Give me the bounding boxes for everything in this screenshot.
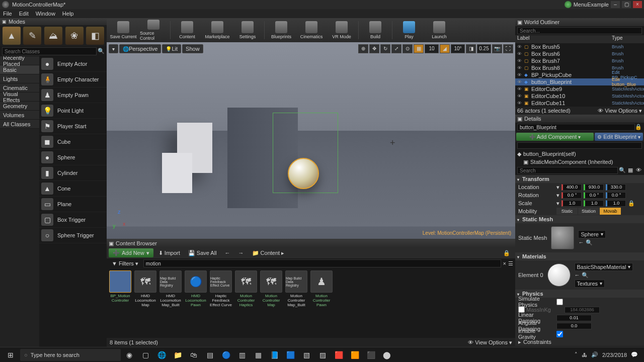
scale-snap-value[interactable]: 0.25 [477, 44, 491, 53]
enable-gravity-checkbox[interactable] [556, 331, 563, 337]
angular-damping-input[interactable]: 0.0 [556, 323, 592, 329]
lit-dropdown[interactable]: 💡 Lit [162, 44, 181, 53]
history-back-button[interactable]: ← [222, 248, 233, 257]
edge-icon[interactable]: 🌐 [154, 348, 169, 361]
coord-system-icon[interactable]: ⊙ [403, 44, 413, 53]
viewport-options-button[interactable]: ▾ [109, 44, 118, 53]
blueprints-button[interactable]: Blueprints [268, 20, 295, 41]
linear-damping-input[interactable]: 0.01 [556, 315, 592, 321]
settings-button[interactable]: Settings [234, 20, 261, 41]
find-icon[interactable]: 🔍 [582, 272, 589, 278]
scale-y-input[interactable]: 1.0 [584, 200, 604, 207]
landscape-mode-tab[interactable]: ⛰ [44, 27, 62, 45]
place-box-trigger[interactable]: ▢Box Trigger [39, 212, 107, 228]
viewport[interactable]: ▾ 🌐 Perspective 💡 Lit Show ⊕ ✥ ↻ ⤢ ⊙ ▦ 1… [107, 42, 515, 239]
save-current-button[interactable]: Save Current [110, 20, 137, 41]
app-icon[interactable]: 🟥 [331, 348, 346, 361]
app-icon[interactable]: ▧ [299, 348, 314, 361]
import-button[interactable]: ⬇ Import [155, 248, 183, 257]
static-mesh-section-header[interactable]: Static Mesh [515, 215, 644, 223]
foliage-mode-tab[interactable]: ❀ [65, 27, 84, 45]
app-icon[interactable]: ▨ [315, 348, 330, 361]
outliner-search-input[interactable] [517, 27, 642, 34]
paint-mode-tab[interactable]: ✎ [23, 27, 41, 45]
materials-section-header[interactable]: Materials [515, 252, 644, 260]
mobility-stationary[interactable]: Station [578, 208, 599, 215]
breadcrumb[interactable]: 📁 Content ▸ [249, 248, 288, 257]
cat-lights[interactable]: Lights [0, 74, 39, 83]
view-options-dropdown[interactable]: 👁 View Options ▾ [468, 339, 512, 346]
clear-search-icon[interactable]: × [503, 260, 506, 266]
rotation-x-input[interactable]: 0.0 ° [561, 192, 582, 199]
outliner-row[interactable]: 👁▣EditorCube11StaticMeshActor [515, 100, 644, 107]
minimize-button[interactable]: – [611, 1, 620, 8]
outliner-row[interactable]: 👁▣EditorCube9StaticMeshActor [515, 85, 644, 93]
angle-snap-icon[interactable]: ◢ [440, 44, 450, 53]
content-search-input[interactable] [143, 259, 501, 267]
asset-item[interactable]: 🔵HMD Locomotion Pawn [184, 270, 207, 336]
epic-badge-icon[interactable] [565, 1, 572, 8]
source-control-button[interactable]: Source Control [140, 20, 167, 41]
details-search-input[interactable] [517, 167, 618, 174]
clock[interactable]: 2/23/2018 [602, 352, 627, 358]
place-sphere-trigger[interactable]: ○Sphere Trigger [39, 228, 107, 243]
volume-icon[interactable]: 🔊 [591, 351, 598, 358]
browse-icon[interactable]: ← [575, 272, 580, 278]
cat-recently-placed[interactable]: Recently Placed [0, 56, 39, 65]
search-options-icon[interactable]: ☰ [508, 260, 513, 267]
place-player-start[interactable]: ⚑Player Start [39, 119, 107, 134]
asset-item[interactable]: BP_Motion Controller [109, 270, 132, 336]
component-static-mesh[interactable]: ▣StaticMeshComponent (Inherited) [515, 158, 644, 166]
place-cone[interactable]: ▲Cone [39, 181, 107, 197]
location-y-input[interactable]: 930.0 [584, 184, 604, 191]
outliner-view-options[interactable]: 👁 View Options ▾ [598, 108, 642, 114]
tray-up-icon[interactable]: ˄ [575, 351, 578, 358]
cinematics-button[interactable]: Cinematics [298, 20, 325, 41]
component-self[interactable]: ◆button_Blueprint(self) [515, 150, 644, 158]
asset-item[interactable]: ♟Motion Controller Pawn [310, 270, 333, 336]
place-plane[interactable]: ▭Plane [39, 197, 107, 212]
save-all-button[interactable]: 💾 Save All [185, 248, 220, 257]
asset-item[interactable]: Haptic Feedback Effect CurveHaptic Feedb… [209, 270, 232, 336]
word-icon[interactable]: 📘 [267, 348, 282, 361]
app-icon[interactable]: ▥ [234, 348, 250, 361]
place-sphere[interactable]: ●Sphere [39, 150, 107, 165]
content-browser-header[interactable]: ▣Content Browser [107, 239, 515, 247]
static-mesh-thumb-icon[interactable] [551, 226, 574, 249]
selected-sphere-actor[interactable] [288, 158, 319, 189]
close-button[interactable]: × [633, 1, 642, 8]
start-button[interactable]: ⊞ [2, 348, 19, 361]
mobility-movable[interactable]: Movab [600, 208, 621, 215]
marketplace-button[interactable]: Marketplace [204, 20, 231, 41]
cat-basic[interactable]: Basic [0, 65, 39, 74]
world-outliner-header[interactable]: ▣World Outliner [515, 18, 644, 26]
search-icon[interactable]: 🔍 [619, 167, 626, 174]
menu-help[interactable]: Help [62, 11, 74, 17]
cat-all-classes[interactable]: All Classes [0, 120, 39, 129]
place-cube[interactable]: ◼Cube [39, 134, 107, 150]
asset-item[interactable]: 🗺HMD Locomotion Map [134, 270, 157, 336]
place-point-light[interactable]: 💡Point Light [39, 103, 107, 119]
vr-mode-button[interactable]: VR Mode [328, 20, 355, 41]
chrome-icon[interactable]: 🔵 [218, 348, 233, 361]
static-mesh-dropdown[interactable]: Sphere ▾ [578, 230, 605, 238]
camera-speed-icon[interactable]: 📷 [492, 44, 502, 53]
browse-icon[interactable]: ← [578, 239, 584, 245]
material-thumb-icon[interactable] [547, 263, 571, 287]
asset-item[interactable]: Map Build Data RegistryMotion Controller… [285, 270, 308, 336]
filters-dropdown[interactable]: ▼ Filters ▾ [109, 259, 141, 268]
app-icon[interactable]: 🟧 [347, 348, 362, 361]
mobility-static[interactable]: Static [556, 208, 578, 215]
cortana-icon[interactable]: ◉ [122, 348, 137, 361]
task-view-icon[interactable]: ▢ [138, 348, 153, 361]
search-icon[interactable]: 🔍 [98, 48, 105, 55]
menu-window[interactable]: Window [36, 11, 55, 17]
content-button[interactable]: Content [174, 20, 201, 41]
build-button[interactable]: Build [362, 20, 389, 41]
outliner-row[interactable]: 👁▢Box Brush7Brush [515, 57, 644, 64]
explorer-icon[interactable]: 📁 [170, 348, 185, 361]
component-search-input[interactable] [517, 142, 642, 149]
grid-snap-icon[interactable]: ▦ [414, 44, 424, 53]
outliner-row[interactable]: 👁▣EditorCube10StaticMeshActor [515, 93, 644, 100]
outliner-row[interactable]: 👁▢Box Brush5Brush [515, 43, 644, 50]
